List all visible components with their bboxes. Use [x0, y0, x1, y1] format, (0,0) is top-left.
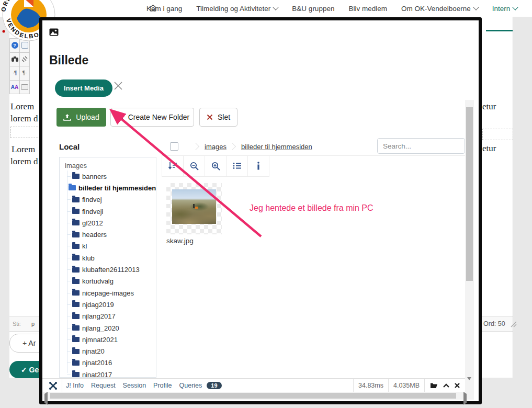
- upload-button[interactable]: Upload: [56, 108, 106, 127]
- media-thumbnail-skaw[interactable]: [166, 183, 222, 234]
- editor-placeholder-box-right: [482, 129, 513, 140]
- folder-row[interactable]: klub: [67, 252, 156, 264]
- folder-row[interactable]: findveji: [67, 206, 156, 217]
- scroll-down-button[interactable]: [467, 380, 471, 390]
- paragraph-ltr-button[interactable]: ·¶: [10, 66, 20, 81]
- folder-row[interactable]: gf2012: [67, 217, 156, 229]
- scroll-right-button[interactable]: [463, 394, 467, 403]
- folder-icon: [72, 220, 80, 225]
- queries-count-badge: 19: [207, 382, 221, 389]
- folder-name: njnat20: [82, 347, 105, 355]
- horizontal-scrollbar[interactable]: [43, 392, 474, 400]
- keyboard-icon: [21, 84, 28, 90]
- folder-row[interactable]: njmnat2021: [67, 334, 156, 345]
- nav-item[interactable]: Tilmelding og Aktiviteter: [196, 5, 278, 13]
- info-button[interactable]: [248, 155, 269, 176]
- nav-item[interactable]: Om OK-Vendelboerne: [401, 5, 478, 13]
- list-view-icon: [233, 162, 242, 169]
- create-folder-label: Create New Folder: [128, 113, 190, 121]
- breadcrumb-link[interactable]: billeder til hjemmesiden: [227, 143, 312, 151]
- debug-folder-icon[interactable]: [430, 382, 438, 389]
- scroll-left-button[interactable]: [44, 394, 48, 403]
- folder-row[interactable]: billeder til hjemmesiden: [67, 182, 156, 194]
- folder-name: njnat2016: [82, 359, 112, 367]
- vertical-scrollbar[interactable]: [465, 100, 474, 392]
- info-icon: [257, 162, 260, 170]
- folder-row[interactable]: njnat2017: [67, 369, 156, 378]
- zoom-out-button[interactable]: [184, 155, 205, 176]
- zoom-in-icon: [211, 162, 220, 171]
- folder-name: nicepage-images: [82, 289, 134, 297]
- tree-connector: [67, 199, 71, 200]
- element-path[interactable]: p: [31, 321, 35, 327]
- tree-root-images[interactable]: images: [60, 157, 156, 171]
- folder-name: njlang2017: [82, 312, 116, 320]
- debug-tab[interactable]: Session: [123, 382, 146, 389]
- folder-row[interactable]: headers: [67, 229, 156, 240]
- joomla-logo-icon: [49, 381, 58, 390]
- folder-name: njmnat2021: [82, 336, 118, 344]
- vertical-scroll-thumb[interactable]: [466, 107, 473, 281]
- folder-row[interactable]: findvej: [67, 194, 156, 206]
- save-label: ✓ Ge: [21, 366, 39, 374]
- insert-media-button[interactable]: Insert Media: [55, 80, 112, 97]
- folder-row[interactable]: njlang_2020: [67, 322, 156, 334]
- sort-button[interactable]: [162, 155, 184, 176]
- folder-row[interactable]: banners: [67, 171, 156, 182]
- paragraph-rtl-button[interactable]: ¶·: [20, 66, 30, 81]
- folder-row[interactable]: kl: [67, 241, 156, 252]
- zoom-out-icon: [190, 162, 199, 171]
- editor-misc-button[interactable]: [20, 81, 30, 95]
- nav-item[interactable]: Kom i gang: [146, 5, 182, 13]
- debug-tab[interactable]: Request: [91, 382, 116, 389]
- folder-icon: [72, 279, 80, 284]
- debug-time: 34.83ms: [358, 382, 383, 389]
- select-all-checkbox[interactable]: [170, 142, 178, 151]
- list-view-button[interactable]: [227, 155, 248, 176]
- folder-row[interactable]: kortudvalg: [67, 276, 156, 287]
- close-icon[interactable]: [114, 81, 123, 90]
- delete-button[interactable]: Slet: [199, 108, 237, 127]
- tree-connector: [67, 362, 71, 363]
- annotation-text: Jeg hentede et billede fra min PC: [250, 203, 373, 213]
- debug-separator: [353, 379, 354, 392]
- folder-name: njdag2019: [82, 301, 114, 309]
- create-folder-button[interactable]: Create New Folder: [110, 108, 194, 127]
- folder-icon: [72, 337, 80, 342]
- debug-tab[interactable]: J! Info: [66, 382, 84, 389]
- media-modal: Billede Insert Media Upload Create New F…: [39, 17, 482, 404]
- image-icon: [49, 28, 59, 36]
- folder-row[interactable]: njnat20: [67, 345, 156, 357]
- folder-row[interactable]: njlang2017: [67, 311, 156, 322]
- breadcrumb-link[interactable]: images: [190, 143, 227, 151]
- folder-name: kl: [82, 242, 87, 250]
- find-button[interactable]: [10, 53, 20, 67]
- debug-close-icon[interactable]: [455, 383, 460, 388]
- folder-icon: [115, 114, 123, 121]
- font-color-icon: A: [11, 84, 15, 90]
- debug-tab[interactable]: Profile: [153, 382, 172, 389]
- folder-row[interactable]: njdag2019: [67, 299, 156, 310]
- debug-collapse-icon[interactable]: [443, 383, 449, 388]
- zoom-in-button[interactable]: [205, 155, 227, 176]
- nav-item[interactable]: B&U gruppen: [292, 5, 334, 13]
- folder-row[interactable]: nicepage-images: [67, 287, 156, 299]
- folder-row[interactable]: klubaften26112013: [67, 264, 156, 275]
- debug-tab[interactable]: Queries: [179, 382, 202, 389]
- folder-icon: [72, 267, 80, 273]
- nav-item-label: Bliv medlem: [348, 5, 387, 13]
- paragraph-rtl-icon: ¶·: [22, 70, 27, 76]
- horizontal-scroll-thumb[interactable]: [50, 393, 456, 399]
- folder-row[interactable]: njnat2016: [67, 357, 156, 369]
- nav-item-label: Intern: [492, 5, 511, 13]
- font-color-button[interactable]: AA: [10, 81, 20, 95]
- screen: Kom i gang Tilmelding og Aktiviteter B&U…: [0, 0, 532, 408]
- unlink-button[interactable]: [20, 53, 30, 67]
- nav-item[interactable]: Intern: [492, 5, 518, 13]
- resize-grip-icon[interactable]: [510, 321, 517, 327]
- nav-item[interactable]: Bliv medlem: [348, 5, 387, 13]
- folder-icon: [69, 185, 76, 190]
- active-nav-underline: [486, 30, 513, 31]
- folder-tree-panel: images banners billeder til hjemmesiden: [59, 157, 156, 378]
- breadcrumb-bar: images billeder til hjemmesiden: [162, 138, 465, 156]
